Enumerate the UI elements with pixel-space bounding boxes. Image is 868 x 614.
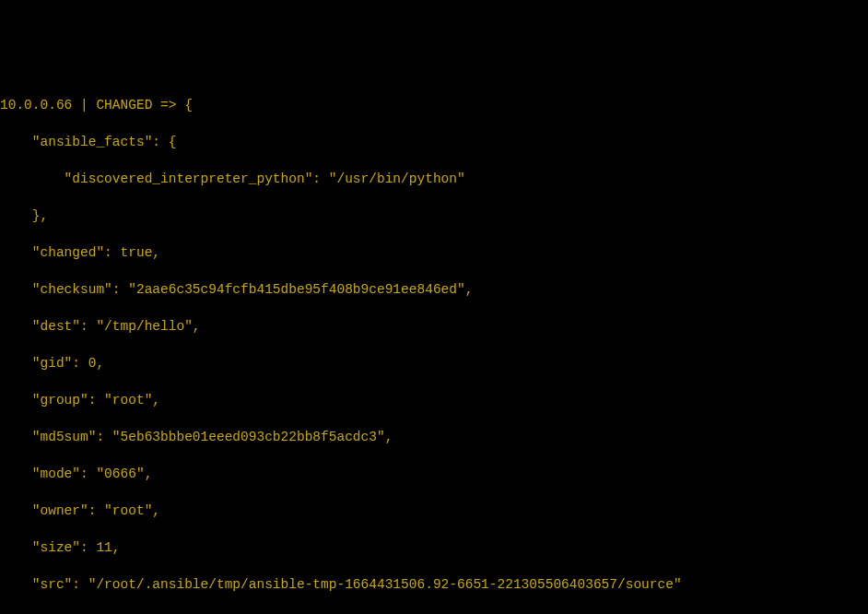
output-line: "md5sum": "5eb63bbbe01eeed093cb22bb8f5ac… [0, 428, 868, 446]
output-line: "gid": 0, [0, 354, 868, 372]
output-line: "owner": "root", [0, 502, 868, 520]
output-line: "dest": "/tmp/hello", [0, 317, 868, 336]
output-line: }, [0, 207, 868, 225]
output-line: "ansible_facts": { [0, 133, 868, 151]
output-line: "src": "/root/.ansible/tmp/ansible-tmp-1… [0, 575, 868, 594]
terminal-output: 10.0.0.66 | CHANGED => { "ansible_facts"… [0, 74, 868, 614]
output-line: "checksum": "2aae6c35c94fcfb415dbe95f408… [0, 280, 868, 299]
output-line: "changed": true, [0, 243, 868, 262]
output-line: "mode": "0666", [0, 465, 868, 483]
host-header: 10.0.0.66 | CHANGED => { [0, 96, 868, 114]
output-line: "size": 11, [0, 538, 868, 557]
output-line: "discovered_interpreter_python": "/usr/b… [0, 170, 868, 188]
output-line: "group": "root", [0, 391, 868, 409]
